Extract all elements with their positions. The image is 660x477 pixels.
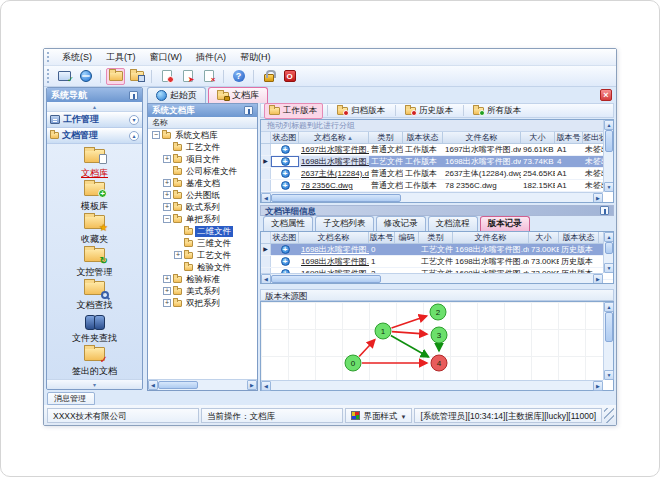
toolbar-drag-handle[interactable] bbox=[47, 69, 50, 83]
expand-plus-icon[interactable]: + bbox=[174, 251, 182, 259]
tree-node-二维文件[interactable]: 二维文件 bbox=[149, 225, 256, 237]
toolbar-button-open-document-library[interactable] bbox=[106, 68, 125, 85]
version-node-1[interactable]: 1 bbox=[375, 323, 391, 339]
collapse-minus-icon[interactable]: − bbox=[163, 215, 171, 223]
tab-子文档列表[interactable]: 子文档列表 bbox=[315, 216, 374, 231]
chevron-up-icon[interactable]: ▴ bbox=[129, 131, 139, 141]
tree-node-检验标准[interactable]: +检验标准 bbox=[149, 273, 256, 285]
cell-文件名称[interactable]: 1698出水嘴零件图.dwg bbox=[453, 256, 529, 267]
tree-node-系统文档库[interactable]: −系统文档库 bbox=[149, 129, 256, 141]
cell-版本号[interactable]: 4 bbox=[555, 156, 583, 167]
cell-版本状态[interactable]: 工作版本 bbox=[403, 168, 443, 179]
tree-node-公司标准文件[interactable]: 公司标准文件 bbox=[149, 165, 256, 177]
tab-文档流程[interactable]: 文档流程 bbox=[428, 216, 478, 231]
sidebar-group-docs[interactable]: 文档管理 ▴ bbox=[47, 128, 142, 144]
tree-node-工艺文件[interactable]: 工艺文件 bbox=[149, 141, 256, 153]
collapse-minus-icon[interactable]: − bbox=[152, 131, 160, 139]
cell-文档名称[interactable]: 1697出水嘴零件图.dwg bbox=[299, 144, 369, 155]
cell-状态图[interactable]: + bbox=[271, 180, 299, 191]
column-header-状态图[interactable]: 状态图 bbox=[271, 232, 299, 243]
cell-版本状态[interactable]: 历史版本 bbox=[559, 244, 599, 255]
sidebar-item-文件夹查找[interactable]: 文件夹查找 bbox=[47, 312, 142, 345]
column-header-大小[interactable]: 大小 bbox=[529, 232, 559, 243]
sidebar-item-文档查找[interactable]: 文档查找 bbox=[47, 279, 142, 312]
button-历史版本[interactable]: 历史版本 bbox=[400, 103, 459, 119]
tree-node-单把系列[interactable]: −单把系列 bbox=[149, 213, 256, 225]
cell-文档名称[interactable]: 1698出水嘴零件图.dwg bbox=[299, 256, 369, 267]
sidebar-item-收藏夹[interactable]: ★收藏夹 bbox=[47, 213, 142, 246]
cell-类别[interactable]: 工艺文件 bbox=[419, 256, 453, 267]
cell-大小[interactable]: 73.00KB bbox=[529, 244, 559, 255]
toolbar-button-message-send[interactable]: ➤ bbox=[178, 68, 197, 85]
table-row[interactable]: ▶+1698出水嘴零件图.dwg工艺文件工作版本1698出水嘴零件图.dwg73… bbox=[261, 156, 613, 168]
tree-node-公共图纸[interactable]: +公共图纸 bbox=[149, 189, 256, 201]
cell-文件名称[interactable]: 1698出水嘴零件图.dwg bbox=[453, 244, 529, 255]
expand-plus-icon[interactable]: + bbox=[163, 299, 171, 307]
cell-类别[interactable]: 普通文档 bbox=[369, 168, 403, 179]
tab-文档库[interactable]: 文档库 bbox=[208, 87, 268, 103]
button-归档版本[interactable]: 归档版本 bbox=[332, 103, 391, 119]
menu-item[interactable]: 工具(T) bbox=[99, 49, 143, 66]
cell-状态图[interactable]: + bbox=[271, 244, 299, 255]
expand-plus-icon[interactable]: + bbox=[163, 203, 171, 211]
chevron-down-icon[interactable]: ▾ bbox=[129, 115, 139, 125]
sidebar-collapse-strip[interactable]: ▴ bbox=[47, 102, 142, 112]
cell-文档名称[interactable]: 78 2356C.dwg bbox=[299, 180, 369, 191]
toolbar-button-help[interactable]: ? bbox=[229, 68, 248, 85]
cell-文件名称[interactable]: 1698出水嘴零件图.dwg bbox=[443, 156, 521, 167]
table-row[interactable]: +2637主体(12284).dwg普通文档工作版本2637主体(12284).… bbox=[261, 168, 613, 180]
tree-node-工艺文件[interactable]: +工艺文件 bbox=[149, 249, 256, 261]
tree-node-双把系列[interactable]: +双把系列 bbox=[149, 297, 256, 309]
pin-icon[interactable] bbox=[129, 91, 138, 100]
pin-icon[interactable] bbox=[244, 106, 253, 115]
column-header-版本状态[interactable]: 版本状态 bbox=[559, 232, 599, 243]
tree-node-美式系列[interactable]: +美式系列 bbox=[149, 285, 256, 297]
resize-grip[interactable] bbox=[604, 408, 614, 423]
toolbar-button-system-settings[interactable] bbox=[55, 68, 74, 85]
menu-item[interactable]: 窗口(W) bbox=[143, 49, 190, 66]
cell-大小[interactable]: 96.61KB bbox=[521, 144, 555, 155]
menubar-drag-handle[interactable] bbox=[47, 52, 50, 62]
cell-版本状态[interactable]: 工作版本 bbox=[403, 180, 443, 191]
grid-vertical-scrollbar[interactable]: ▲▼ bbox=[603, 232, 613, 273]
cell-版本号[interactable]: 1 bbox=[369, 256, 395, 267]
cell-版本状态[interactable]: 历史版本 bbox=[559, 256, 599, 267]
cell-版本号[interactable]: A1 bbox=[555, 180, 583, 191]
cell-状态图[interactable]: + bbox=[271, 168, 299, 179]
menu-item[interactable]: 系统(S) bbox=[55, 49, 99, 66]
cell-大小[interactable]: 73.00KB bbox=[529, 256, 559, 267]
pin-icon[interactable] bbox=[600, 206, 609, 215]
interface-style-selector[interactable]: 界面样式▼ bbox=[345, 408, 412, 423]
cell-版本状态[interactable]: 工作版本 bbox=[403, 156, 443, 167]
cell-文件名称[interactable]: 2637主体(12284).dwg bbox=[443, 168, 521, 179]
menu-item[interactable]: 帮助(H) bbox=[233, 49, 278, 66]
button-所有版本[interactable]: 所有版本 bbox=[468, 103, 527, 119]
version-node-3[interactable]: 3 bbox=[431, 327, 447, 343]
tab-message-management[interactable]: 消息管理 bbox=[47, 392, 95, 405]
tab-文档属性[interactable]: 文档属性 bbox=[263, 216, 313, 231]
sidebar-item-文控管理[interactable]: ↻文控管理 bbox=[47, 246, 142, 279]
cell-编码[interactable] bbox=[395, 244, 419, 255]
expand-plus-icon[interactable]: + bbox=[163, 275, 171, 283]
sidebar-item-签出的文档[interactable]: ✓签出的文档 bbox=[47, 345, 142, 378]
graph-horizontal-scrollbar[interactable]: ◀▶ bbox=[261, 380, 603, 390]
table-row[interactable]: +78 2356C.dwg普通文档工作版本78 2356C.dwg182.15K… bbox=[261, 180, 613, 192]
column-header-版本号[interactable]: 版本号 bbox=[555, 132, 583, 143]
tree-node-三维文件[interactable]: 三维文件 bbox=[149, 237, 256, 249]
graph-vertical-scrollbar[interactable]: ▲▼ bbox=[603, 302, 613, 380]
cell-大小[interactable]: 73.74KB bbox=[521, 156, 555, 167]
cell-大小[interactable]: 182.15KB bbox=[521, 180, 555, 191]
grid-horizontal-scrollbar[interactable]: ◀▶ bbox=[261, 273, 603, 283]
sidebar-expand-strip[interactable]: ▾ bbox=[47, 379, 142, 389]
tree-column-header[interactable]: 名称 bbox=[148, 117, 257, 129]
grid-vertical-scrollbar[interactable]: ▲▼ bbox=[603, 120, 613, 192]
column-header-编码[interactable]: 编码 bbox=[395, 232, 419, 243]
tree-node-项目文件[interactable]: +项目文件 bbox=[149, 153, 256, 165]
tree-node-欧式系列[interactable]: +欧式系列 bbox=[149, 201, 256, 213]
button-工作版本[interactable]: 工作版本 bbox=[264, 103, 323, 119]
column-header-文件名称[interactable]: 文件名称 bbox=[453, 232, 529, 243]
expand-plus-icon[interactable]: + bbox=[163, 155, 171, 163]
tab-版本记录[interactable]: 版本记录 bbox=[480, 216, 530, 231]
toolbar-button-library-browser[interactable] bbox=[127, 68, 146, 85]
cell-类别[interactable]: 工艺文件 bbox=[369, 156, 403, 167]
